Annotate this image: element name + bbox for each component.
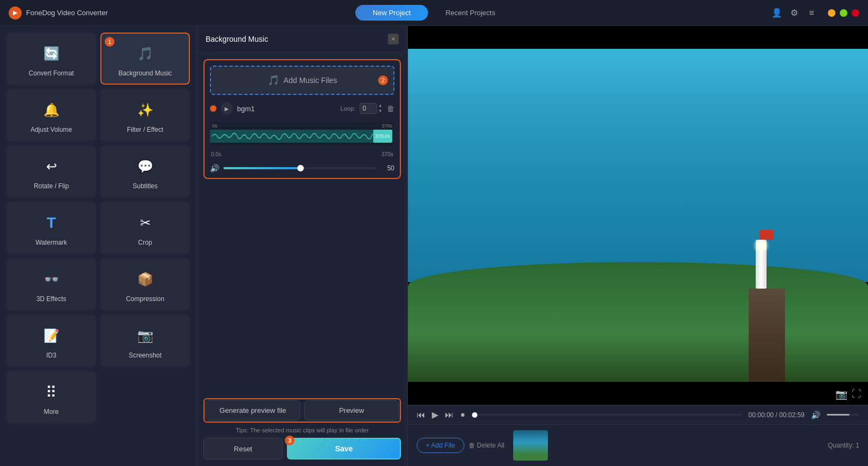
bottom-bar: + Add File 🗑 Delete All Quantity: 1 bbox=[408, 424, 868, 466]
video-controls: ⏮ ▶ ⏭ ⏺ 00:00:00 / 00:02:59 🔊 bbox=[408, 405, 868, 424]
skip-back-btn[interactable]: ⏮ bbox=[417, 410, 425, 420]
sidebar-item-filter-effect[interactable]: ✨ Filter / Effect bbox=[100, 89, 190, 141]
close-btn[interactable]: × bbox=[852, 9, 859, 17]
volume-slider[interactable] bbox=[224, 167, 377, 169]
skip-forward-btn[interactable]: ⏭ bbox=[445, 410, 454, 420]
track-play-btn[interactable]: ▶ bbox=[221, 103, 233, 114]
sidebar-item-screenshot[interactable]: 📷 Screenshot bbox=[100, 315, 190, 367]
more-icon: ⠿ bbox=[40, 381, 63, 404]
reset-btn[interactable]: Reset bbox=[203, 438, 283, 459]
volume-ctrl-icon[interactable]: 🔊 bbox=[811, 411, 820, 419]
preview-btn[interactable]: Preview bbox=[304, 400, 399, 420]
track-name: bgm1 bbox=[237, 105, 336, 113]
preview-btn-row: Generate preview file Preview bbox=[203, 398, 401, 423]
convert-format-icon: 🔄 bbox=[40, 42, 63, 65]
music-note-icon: 🎵 bbox=[267, 74, 279, 86]
video-fullscreen-icon[interactable]: ⛶ bbox=[852, 388, 861, 400]
step-2-badge: 2 bbox=[378, 75, 388, 85]
maximize-btn[interactable]: □ bbox=[840, 9, 847, 17]
time-display: 00:00:00 / 00:02:59 bbox=[749, 411, 805, 419]
thumbnail-img-1 bbox=[513, 430, 548, 461]
title-bar-left: ▶ FoneDog Video Converter bbox=[9, 7, 355, 20]
loop-input[interactable] bbox=[360, 103, 377, 114]
dialog-title: Background Music bbox=[206, 35, 268, 43]
loop-arrows: ▲ ▼ bbox=[378, 103, 382, 113]
sidebar-item-filter-effect-wrapper: ✨ Filter / Effect bbox=[100, 89, 190, 141]
sidebar-item-adjust-volume-wrapper: 🔔 Adjust Volume bbox=[7, 89, 96, 141]
volume-row: 🔊 50 bbox=[210, 164, 394, 173]
sidebar-item-subtitles[interactable]: 💬 Subtitles bbox=[100, 145, 190, 197]
dialog-body: 🎵 Add Music Files 2 ▶ bgm1 Loop: ▲ ▼ bbox=[197, 53, 407, 392]
sidebar-item-id3[interactable]: 📝 ID3 bbox=[7, 315, 96, 367]
window-controls: − □ × bbox=[828, 9, 859, 17]
sidebar-item-watermark-wrapper: T Watermark bbox=[7, 202, 96, 254]
waveform-svg bbox=[212, 130, 392, 143]
sidebar-item-more[interactable]: ⠿ More bbox=[7, 371, 96, 423]
waveform-handle-label: 370.0s bbox=[375, 133, 390, 139]
sidebar-item-crop-wrapper: ✂ Crop bbox=[100, 202, 190, 254]
sidebar-item-background-music[interactable]: 1 🎵 Background Music bbox=[100, 33, 190, 85]
sidebar-item-crop[interactable]: ✂ Crop bbox=[100, 202, 190, 254]
sidebar-item-compression-wrapper: 📦 Compression bbox=[100, 258, 190, 310]
add-music-area: 🎵 Add Music Files 2 ▶ bgm1 Loop: ▲ ▼ bbox=[203, 59, 401, 179]
stop-btn[interactable]: ⏺ bbox=[460, 412, 465, 418]
rotate-flip-icon: ↩ bbox=[40, 155, 63, 178]
generate-preview-btn[interactable]: Generate preview file bbox=[206, 400, 300, 420]
compression-label: Compression bbox=[126, 295, 164, 303]
add-music-btn[interactable]: 🎵 Add Music Files 2 bbox=[210, 66, 394, 95]
3d-effects-icon: 👓 bbox=[40, 268, 63, 291]
title-bar-right: 👤 ⚙ ≡ − □ × bbox=[513, 8, 859, 18]
loop-down-arrow[interactable]: ▼ bbox=[378, 108, 382, 114]
adjust-volume-label: Adjust Volume bbox=[30, 126, 72, 133]
volume-speaker-icon: 🔊 bbox=[210, 164, 219, 173]
sidebar-item-convert-format[interactable]: 🔄 Convert Format bbox=[7, 33, 96, 85]
track-delete-icon[interactable]: 🗑 bbox=[387, 104, 394, 113]
volume-value: 50 bbox=[381, 164, 394, 172]
sidebar-item-rotate-flip[interactable]: ↩ Rotate / Flip bbox=[7, 145, 96, 197]
sidebar-item-compression[interactable]: 📦 Compression bbox=[100, 258, 190, 310]
background-music-label: Background Music bbox=[118, 69, 172, 77]
sidebar-item-adjust-volume[interactable]: 🔔 Adjust Volume bbox=[7, 89, 96, 141]
background-music-badge: 1 bbox=[105, 37, 114, 47]
sidebar-item-watermark[interactable]: T Watermark bbox=[7, 202, 96, 254]
loop-up-arrow[interactable]: ▲ bbox=[378, 103, 382, 108]
recent-projects-btn[interactable]: Recent Projects bbox=[428, 5, 513, 21]
volume-thumb[interactable] bbox=[297, 165, 304, 171]
menu-icon[interactable]: ≡ bbox=[806, 8, 817, 18]
sidebar-item-more-wrapper: ⠿ More bbox=[7, 371, 96, 423]
volume-control-track[interactable] bbox=[827, 414, 859, 416]
sidebar-item-convert-format-wrapper: 🔄 Convert Format bbox=[7, 33, 96, 85]
more-label: More bbox=[44, 408, 59, 416]
new-project-btn[interactable]: New Project bbox=[355, 5, 428, 21]
waveform-container: 0s 370s 370.0s bbox=[210, 122, 394, 146]
sidebar-item-3d-effects[interactable]: 👓 3D Effects bbox=[7, 258, 96, 310]
play-pause-btn[interactable]: ▶ bbox=[432, 410, 438, 420]
right-panel: 📷 ⛶ ⏮ ▶ ⏭ ⏺ 00:00:00 / 00:02:59 🔊 bbox=[408, 26, 868, 466]
watermark-icon: T bbox=[40, 212, 63, 234]
delete-all-btn[interactable]: 🗑 Delete All bbox=[469, 442, 505, 449]
land bbox=[408, 262, 868, 382]
dialog-close-btn[interactable]: × bbox=[388, 34, 399, 44]
screenshot-label: Screenshot bbox=[129, 352, 162, 359]
save-label: Save bbox=[335, 444, 353, 453]
add-music-label: Add Music Files bbox=[284, 76, 337, 85]
file-controls: + Add File 🗑 Delete All bbox=[417, 438, 505, 453]
waveform-bar bbox=[210, 130, 394, 143]
adjust-volume-icon: 🔔 bbox=[40, 99, 63, 122]
rotate-flip-label: Rotate / Flip bbox=[34, 182, 69, 190]
settings-icon[interactable]: ⚙ bbox=[789, 8, 800, 18]
quantity-label: Quantity: 1 bbox=[828, 442, 859, 449]
id3-icon: 📝 bbox=[40, 324, 63, 347]
compression-icon: 📦 bbox=[134, 268, 157, 291]
waveform-handle[interactable]: 370.0s bbox=[373, 130, 392, 143]
thumbnail-strip bbox=[505, 430, 828, 461]
add-file-btn[interactable]: + Add File bbox=[417, 438, 464, 453]
save-btn[interactable]: 3 Save bbox=[287, 438, 401, 459]
dialog-header: Background Music × bbox=[197, 26, 407, 53]
lighthouse-light bbox=[756, 242, 767, 250]
filter-effect-label: Filter / Effect bbox=[127, 126, 163, 133]
user-icon[interactable]: 👤 bbox=[771, 8, 782, 18]
minimize-btn[interactable]: − bbox=[828, 9, 835, 17]
video-screenshot-icon[interactable]: 📷 bbox=[835, 388, 847, 400]
progress-track[interactable] bbox=[472, 414, 742, 416]
